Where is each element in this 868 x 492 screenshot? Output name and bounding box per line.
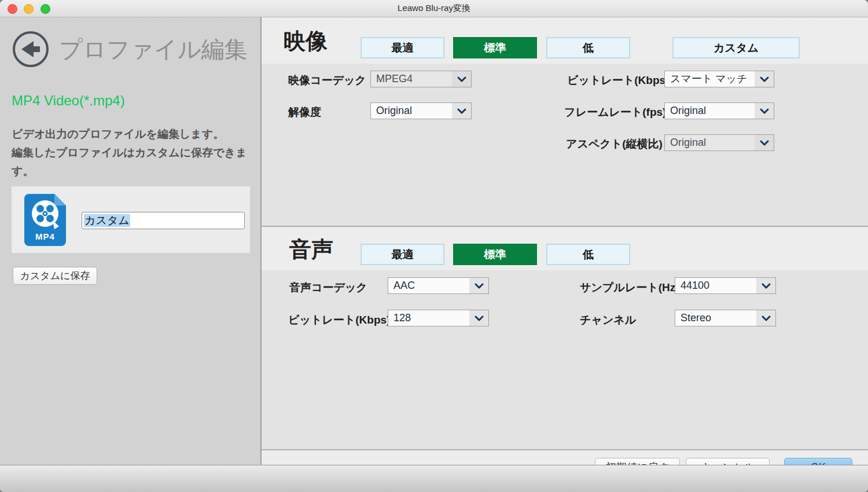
profile-name-input-value: カスタム bbox=[84, 214, 130, 227]
app-window: Leawo Blu-ray変換 プロファイル編集 MP4 Video(*.mp4… bbox=[0, 0, 868, 492]
zoom-button[interactable] bbox=[41, 4, 50, 14]
preset-label: 最適 bbox=[392, 247, 414, 262]
page-title: プロファイル編集 bbox=[59, 30, 248, 68]
chevron-down-icon bbox=[755, 71, 774, 87]
chevron-down-icon bbox=[755, 103, 774, 119]
profile-icon-panel: MP4 カスタム bbox=[12, 186, 250, 253]
video-preset-custom[interactable]: カスタム bbox=[672, 37, 800, 58]
channel-dropdown[interactable]: Stereo bbox=[675, 310, 776, 326]
close-button[interactable] bbox=[8, 4, 17, 14]
samplerate-label: サンプルレート(Hz) bbox=[580, 280, 679, 295]
minimize-button[interactable] bbox=[24, 4, 34, 14]
framerate-value: Original bbox=[670, 103, 706, 119]
chevron-down-icon bbox=[756, 310, 775, 326]
audio-bitrate-value: 128 bbox=[393, 310, 411, 326]
settings-panel: 映像 最適 標準 低 カスタム 映像コーデック MPEG4 ビットレート(Kbp… bbox=[262, 17, 868, 465]
audio-preset-best[interactable]: 最適 bbox=[361, 244, 444, 265]
window-title: Leawo Blu-ray変換 bbox=[398, 3, 470, 14]
save-button-label: カスタムに保存 bbox=[20, 269, 90, 282]
profile-description-line: ビデオ出力のプロファイルを編集します。 bbox=[12, 125, 255, 144]
video-section-body: 映像コーデック MPEG4 ビットレート(Kbps) スマート マッチ 解像度 … bbox=[262, 64, 868, 227]
audio-codec-value: AAC bbox=[393, 278, 415, 293]
video-bitrate-label: ビットレート(Kbps) bbox=[567, 73, 669, 88]
chevron-down-icon bbox=[452, 103, 471, 119]
preset-label: 低 bbox=[583, 41, 594, 56]
preset-label: 低 bbox=[583, 247, 594, 262]
resolution-label: 解像度 bbox=[288, 105, 321, 120]
resolution-dropdown[interactable]: Original bbox=[370, 102, 472, 119]
preset-label: 標準 bbox=[484, 41, 506, 56]
preset-label: カスタム bbox=[713, 41, 759, 56]
audio-section-body: 音声コーデック AAC サンプルレート(Hz) 44100 ビットレート(Kbp… bbox=[262, 270, 868, 449]
profile-name-input[interactable]: カスタム bbox=[82, 212, 245, 229]
chevron-down-icon bbox=[755, 135, 774, 150]
profile-description-line: 編集したプロファイルはカスタムに保存できま bbox=[12, 144, 255, 162]
framerate-label: フレームレート(fps) bbox=[564, 105, 666, 120]
samplerate-value: 44100 bbox=[681, 278, 709, 293]
back-button[interactable] bbox=[12, 30, 50, 68]
aspect-label: アスペクト(縦横比) bbox=[566, 137, 663, 152]
video-preset-best[interactable]: 最適 bbox=[361, 37, 444, 58]
samplerate-dropdown[interactable]: 44100 bbox=[675, 277, 776, 294]
window-bottom-strip bbox=[0, 465, 868, 492]
chevron-down-icon bbox=[469, 310, 488, 326]
audio-bitrate-label: ビットレート(Kbps) bbox=[288, 313, 390, 328]
title-bar: Leawo Blu-ray変換 bbox=[0, 0, 868, 17]
profile-name-text: MP4 Video(*.mp4) bbox=[12, 93, 125, 109]
audio-codec-label: 音声コーデック bbox=[289, 280, 367, 295]
video-bitrate-value: スマート マッチ bbox=[670, 71, 748, 87]
chevron-down-icon bbox=[452, 71, 471, 87]
video-codec-dropdown[interactable]: MPEG4 bbox=[370, 71, 472, 87]
audio-preset-standard[interactable]: 標準 bbox=[453, 244, 537, 265]
video-section-header: 映像 最適 標準 低 カスタム bbox=[262, 17, 868, 64]
audio-codec-dropdown[interactable]: AAC bbox=[388, 277, 489, 294]
chevron-down-icon bbox=[756, 278, 775, 293]
aspect-value: Original bbox=[670, 135, 706, 150]
video-codec-label: 映像コーデック bbox=[288, 73, 366, 88]
back-arrow-icon bbox=[12, 30, 50, 68]
audio-bitrate-dropdown[interactable]: 128 bbox=[388, 310, 489, 326]
preset-label: 最適 bbox=[392, 41, 414, 56]
chevron-down-icon bbox=[469, 278, 488, 293]
mp4-file-icon: MP4 bbox=[24, 194, 66, 246]
audio-preset-low[interactable]: 低 bbox=[546, 244, 630, 265]
profile-description-line: す。 bbox=[12, 162, 255, 181]
video-preset-standard[interactable]: 標準 bbox=[453, 37, 537, 58]
sidebar: プロファイル編集 MP4 Video(*.mp4) ビデオ出力のプロファイルを編… bbox=[0, 17, 262, 465]
framerate-dropdown[interactable]: Original bbox=[664, 102, 774, 119]
video-codec-value: MPEG4 bbox=[376, 71, 413, 87]
film-reel-icon bbox=[24, 196, 66, 233]
video-section-title: 映像 bbox=[284, 27, 328, 56]
aspect-dropdown[interactable]: Original bbox=[664, 134, 774, 151]
video-bitrate-dropdown[interactable]: スマート マッチ bbox=[664, 71, 774, 87]
audio-section-title: 音声 bbox=[289, 235, 333, 265]
audio-section-header: 音声 最適 標準 低 bbox=[262, 227, 868, 270]
channel-value: Stereo bbox=[681, 310, 711, 326]
file-icon-label: MP4 bbox=[24, 232, 66, 241]
resolution-value: Original bbox=[376, 103, 412, 119]
preset-label: 標準 bbox=[484, 247, 506, 262]
channel-label: チャンネル bbox=[580, 313, 636, 328]
save-to-custom-button[interactable]: カスタムに保存 bbox=[13, 267, 97, 285]
video-preset-low[interactable]: 低 bbox=[546, 37, 630, 58]
